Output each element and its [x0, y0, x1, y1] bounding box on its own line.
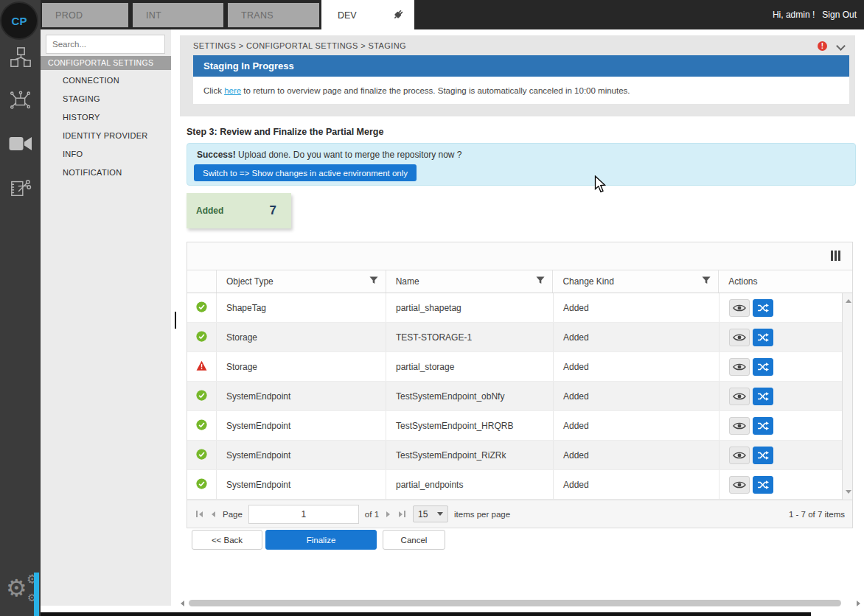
text-caret-artifact — [175, 312, 176, 329]
status-cell — [187, 470, 217, 499]
settings-menu: CONFIGPORTAL SETTINGS CONNECTION STAGING… — [41, 29, 171, 606]
horizontal-scrollbar[interactable] — [181, 598, 860, 608]
change-kind-cell: Added — [554, 323, 720, 351]
view-button[interactable] — [729, 299, 750, 317]
merge-compare-button[interactable] — [753, 299, 773, 317]
breadcrumb: SETTINGS > CONFIGPORTAL SETTINGS > STAGI… — [193, 41, 406, 50]
horizontal-scroll-thumb[interactable] — [189, 600, 841, 606]
error-notification-icon[interactable]: ! — [818, 41, 827, 51]
search-input[interactable] — [46, 35, 165, 54]
tab-prod-label: PROD — [55, 10, 83, 21]
added-summary-card: Added 7 — [187, 193, 291, 228]
object-type-column-header: Object Type — [217, 270, 386, 293]
object-type-cell: Storage — [217, 323, 386, 351]
object-type-cell: SystemEndpoint — [217, 411, 386, 440]
merge-compare-button[interactable] — [753, 417, 773, 435]
back-button[interactable]: << Back — [192, 530, 262, 550]
actions-cell — [720, 352, 842, 381]
table-vertical-scrollbar[interactable] — [842, 293, 852, 500]
menu-item-history[interactable]: HISTORY — [41, 108, 171, 127]
change-kind-cell: Added — [554, 470, 720, 499]
menu-item-notification[interactable]: NOTIFICATION — [41, 164, 171, 182]
name-cell: TEST-STORAGE-1 — [386, 323, 554, 351]
media-edit-icon[interactable] — [9, 176, 32, 200]
tab-prod[interactable]: PROD — [42, 3, 128, 27]
name-column-header: Name — [386, 270, 554, 293]
success-status-icon — [196, 478, 207, 491]
scroll-left-arrow[interactable] — [181, 601, 184, 606]
sign-out-link[interactable]: Sign Out — [822, 10, 857, 20]
tab-trans[interactable]: TRANS — [228, 3, 319, 27]
automation-icon[interactable] — [9, 88, 32, 112]
modules-icon[interactable] — [9, 46, 32, 69]
object-type-cell: ShapeTag — [217, 293, 386, 322]
merge-compare-button[interactable] — [753, 476, 773, 494]
switch-view-button[interactable]: Switch to => Show changes in active envi… — [194, 164, 417, 181]
last-page-button[interactable] — [397, 509, 407, 519]
table-row: ShapeTag partial_shapetag Added — [187, 293, 842, 323]
alert-text: Upload done. Do you want to merge the re… — [236, 150, 462, 160]
view-button[interactable] — [729, 358, 750, 376]
menu-item-info[interactable]: INFO — [41, 145, 171, 164]
tab-int[interactable]: INT — [133, 3, 223, 27]
table-row: Storage TEST-STORAGE-1 Added — [187, 323, 842, 352]
success-status-icon — [196, 449, 207, 462]
tab-dev-label: DEV — [338, 10, 357, 21]
object-type-cell: SystemEndpoint — [217, 470, 386, 499]
merge-compare-button[interactable] — [753, 358, 773, 376]
merge-compare-button[interactable] — [753, 388, 773, 405]
name-cell: partial_shapetag — [386, 293, 554, 322]
user-greeting: Hi, admin ! — [773, 10, 815, 20]
scroll-up-arrow[interactable] — [846, 299, 851, 303]
view-button[interactable] — [729, 388, 750, 405]
page-number-input[interactable] — [248, 505, 359, 524]
alert-bold-text: Success! — [197, 150, 236, 160]
here-link[interactable]: here — [224, 86, 241, 95]
scroll-down-arrow[interactable] — [846, 490, 851, 494]
app-logo[interactable]: CP — [1, 3, 37, 38]
next-page-button[interactable] — [385, 510, 391, 519]
object-type-filter-icon[interactable] — [369, 276, 378, 287]
actions-cell — [720, 293, 842, 322]
change-kind-cell: Added — [554, 382, 720, 410]
items-range-label: 1 - 7 of 7 items — [789, 510, 845, 519]
change-kind-filter-icon[interactable] — [702, 276, 711, 287]
actions-column-header: Actions — [719, 270, 841, 293]
scroll-right-arrow[interactable] — [857, 601, 860, 606]
change-kind-cell: Added — [554, 352, 720, 381]
status-cell — [187, 411, 217, 440]
merge-compare-button[interactable] — [753, 447, 773, 464]
success-status-icon — [196, 331, 207, 344]
success-status-icon — [196, 419, 207, 433]
cancel-button[interactable]: Cancel — [383, 530, 445, 550]
finalize-button[interactable]: Finalize — [265, 530, 377, 550]
status-cell — [187, 382, 217, 410]
menu-item-connection[interactable]: CONNECTION — [41, 71, 171, 90]
tab-trans-label: TRANS — [241, 10, 274, 21]
change-kind-cell: Added — [554, 441, 720, 469]
view-button[interactable] — [729, 447, 750, 464]
view-button[interactable] — [729, 329, 750, 346]
merge-compare-button[interactable] — [753, 329, 773, 346]
menu-item-identity-provider[interactable]: IDENTITY PROVIDER — [41, 127, 171, 145]
name-filter-icon[interactable] — [536, 276, 545, 287]
view-button[interactable] — [729, 417, 750, 435]
status-cell — [187, 352, 217, 381]
menu-item-staging[interactable]: STAGING — [41, 90, 171, 108]
footer-buttons: << Back Finalize Cancel — [192, 530, 445, 550]
name-cell: partial_endpoints — [386, 470, 554, 499]
table-row: SystemEndpoint TestSystemEndpoint_HRQRB … — [187, 411, 842, 441]
window-bottom-edge — [41, 612, 811, 616]
video-camera-icon[interactable] — [9, 132, 32, 155]
view-button[interactable] — [729, 476, 750, 494]
previous-page-button[interactable] — [210, 510, 217, 519]
page-size-select[interactable]: 15 — [413, 505, 448, 522]
tab-dev[interactable]: DEV — [321, 0, 414, 30]
name-cell: TestSystemEndpoint_HRQRB — [386, 411, 554, 440]
first-page-button[interactable] — [195, 509, 204, 519]
table-row: Storage partial_storage Added — [187, 352, 842, 382]
column-chooser-icon[interactable] — [831, 251, 840, 261]
name-cell: TestSystemEndpoint_obNfy — [386, 382, 554, 410]
page-label: Page — [223, 510, 243, 519]
status-cell — [187, 323, 217, 351]
